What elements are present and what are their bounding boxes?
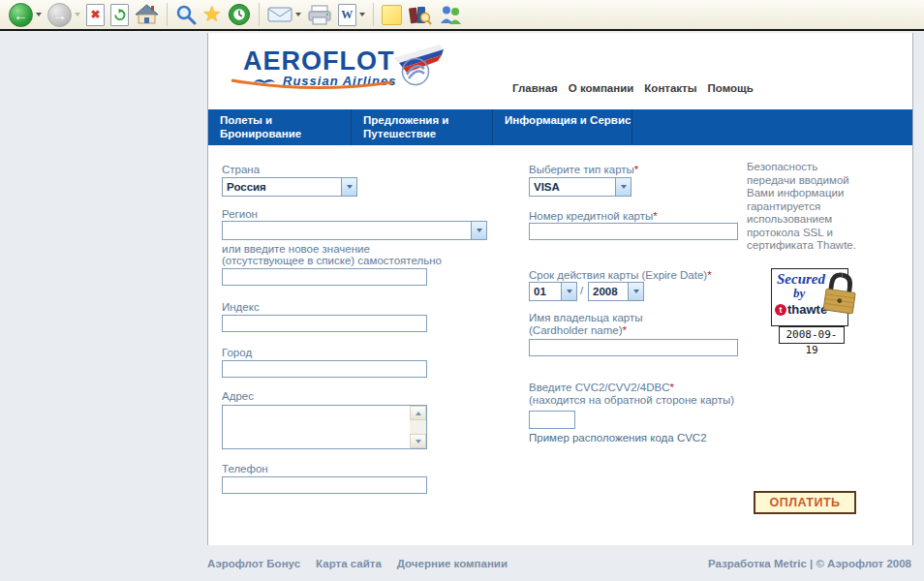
- content-panel: AEROFLOT Russian Airlines: [207, 33, 913, 545]
- forward-dropdown-icon: [75, 13, 80, 16]
- mail-icon: [267, 6, 293, 23]
- chevron-down-icon: [341, 178, 356, 196]
- notes-icon: [382, 5, 402, 25]
- screen: ← → ✖: [0, 0, 924, 581]
- city-label: Город: [222, 347, 252, 358]
- menu-tab-flights[interactable]: Полеты и Бронирование: [208, 109, 352, 145]
- country-select[interactable]: Россия: [222, 177, 357, 197]
- menu-tab-info[interactable]: Информация и Сервис: [493, 109, 632, 145]
- security-notice: Безопасность передачи вводимой Вами инфо…: [747, 161, 863, 253]
- research-button[interactable]: [406, 1, 434, 28]
- history-button[interactable]: [226, 1, 253, 28]
- messenger-icon: [438, 4, 463, 25]
- word-icon: W: [338, 4, 356, 26]
- stop-icon: ✖: [86, 4, 105, 26]
- region-label: Регион: [222, 208, 258, 220]
- expire-year-select[interactable]: 2008: [588, 282, 644, 301]
- scroll-down-button[interactable]: [410, 434, 426, 448]
- cvc-input[interactable]: [529, 411, 575, 429]
- messenger-button[interactable]: [436, 1, 465, 28]
- footer-link-bonus[interactable]: Аэрофлот Бонус: [207, 558, 300, 569]
- logo-wordmark: AEROFLOT: [243, 48, 395, 74]
- top-nav: Главная О компании Контакты Помощь: [512, 82, 754, 94]
- required-marker: *: [653, 210, 657, 222]
- forward-icon: →: [47, 3, 72, 27]
- nav-link-contacts[interactable]: Контакты: [644, 82, 696, 94]
- favorites-button[interactable]: ★: [200, 1, 224, 28]
- address-label: Адрес: [222, 390, 254, 402]
- phone-label: Телефон: [222, 463, 268, 474]
- skyteam-logo-icon: [401, 57, 430, 86]
- notes-button[interactable]: [380, 1, 404, 28]
- research-icon: [408, 4, 432, 26]
- pay-button[interactable]: ОПЛАТИТЬ: [754, 491, 856, 514]
- chevron-down-icon: [416, 440, 421, 443]
- menu-tab-offers[interactable]: Предложения и Путешествие: [352, 109, 493, 145]
- cvc-hint: (находится на обратной стороне карты): [529, 394, 734, 406]
- refresh-button[interactable]: [108, 1, 131, 28]
- search-icon: [175, 4, 197, 25]
- thawte-seal[interactable]: Secured by t thawte: [771, 268, 848, 326]
- postal-code-input[interactable]: [222, 315, 427, 332]
- nav-link-help[interactable]: Помощь: [708, 82, 754, 94]
- scroll-up-button[interactable]: [410, 406, 426, 420]
- cardholder-label-line2: (Cardholder name)*: [529, 324, 627, 336]
- postal-code-label: Индекс: [222, 301, 260, 313]
- nav-link-about[interactable]: О компании: [569, 82, 634, 94]
- region-hint-line1: или введите новое значение: [222, 243, 370, 255]
- region-custom-input[interactable]: [222, 268, 427, 286]
- expire-month-select[interactable]: 01: [529, 282, 577, 301]
- cardholder-input[interactable]: [529, 339, 738, 356]
- back-button[interactable]: ←: [7, 1, 44, 28]
- back-dropdown-icon: [36, 13, 42, 16]
- mail-button[interactable]: [265, 1, 303, 28]
- chevron-down-icon: [471, 222, 486, 239]
- footer-credits: Разработка Metric | © Аэрофлот 2008: [708, 558, 911, 569]
- seal-date: 2008-09-19: [779, 326, 845, 344]
- chevron-down-icon: [561, 283, 576, 300]
- region-hint-line2: (отсутствующее в списке) самостоятельно: [222, 255, 442, 266]
- back-icon: ←: [9, 3, 33, 27]
- print-button[interactable]: [305, 1, 334, 28]
- region-select[interactable]: [222, 221, 487, 240]
- card-type-label: Выберите тип карты*: [529, 164, 638, 175]
- home-button[interactable]: [133, 1, 161, 28]
- thawte-logo-icon: t: [775, 304, 786, 316]
- chevron-down-icon: [615, 178, 631, 196]
- refresh-icon: [110, 4, 129, 26]
- edit-dropdown-icon: [359, 13, 365, 16]
- nav-link-home[interactable]: Главная: [512, 82, 558, 94]
- stop-button[interactable]: ✖: [84, 1, 107, 28]
- expire-date-label: Срок действия карты (Expire Date)*: [529, 269, 712, 281]
- cvc-example-link[interactable]: Пример расположения кода CVC2: [529, 432, 707, 443]
- cardholder-label-line1: Имя владельца карты: [529, 312, 643, 323]
- home-icon: [135, 4, 159, 25]
- expire-separator: /: [580, 285, 583, 296]
- main-menu-bar: Полеты и Бронирование Предложения и Путе…: [208, 109, 912, 145]
- forward-button[interactable]: →: [46, 1, 82, 28]
- footer: Аэрофлот Бонус Карта сайта Дочерние комп…: [207, 558, 911, 569]
- footer-link-subsidiaries[interactable]: Дочерние компании: [397, 558, 508, 569]
- phone-input[interactable]: [222, 476, 427, 494]
- textarea-scrollbar[interactable]: [410, 406, 426, 448]
- browser-toolbar: ← → ✖: [0, 0, 924, 31]
- card-number-input[interactable]: [529, 223, 738, 240]
- required-marker: *: [634, 164, 638, 175]
- card-number-label: Номер кредитной карты*: [529, 210, 658, 222]
- footer-link-sitemap[interactable]: Карта сайта: [316, 558, 382, 569]
- city-input[interactable]: [222, 360, 427, 378]
- edit-with-word-button[interactable]: W: [336, 1, 367, 28]
- required-marker: *: [623, 324, 627, 336]
- required-marker: *: [707, 269, 711, 281]
- padlock-icon: [818, 267, 861, 319]
- toolbar-separator: [259, 3, 260, 26]
- chevron-down-icon: [628, 283, 643, 300]
- orange-swoosh-icon: [230, 77, 394, 93]
- card-type-select[interactable]: VISA: [529, 177, 631, 197]
- address-textarea[interactable]: [222, 405, 427, 449]
- chevron-up-icon: [416, 412, 421, 415]
- required-marker: *: [669, 382, 673, 393]
- toolbar-separator: [373, 3, 374, 26]
- mail-dropdown-icon: [295, 13, 301, 16]
- search-button[interactable]: [173, 1, 199, 28]
